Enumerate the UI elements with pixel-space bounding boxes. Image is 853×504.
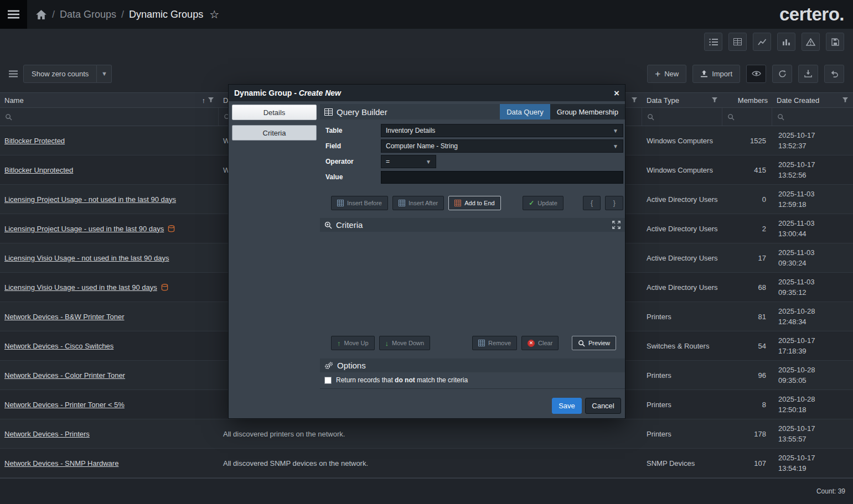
action-buttons: + New Import [647, 65, 844, 83]
column-label-members: Members [738, 96, 768, 105]
import-button[interactable]: Import [692, 65, 740, 83]
row-date: 2025-10-28 [778, 365, 847, 375]
table-row[interactable]: Network Devices - Printers All discovere… [0, 419, 853, 449]
expand-icon[interactable] [612, 221, 621, 229]
table-row[interactable]: Network Devices - SNMP Hardware All disc… [0, 449, 853, 478]
filter-icon[interactable] [711, 97, 718, 103]
search-icon [578, 340, 585, 347]
filter-input-date-created[interactable] [772, 108, 853, 126]
caret-down-icon: ▼ [101, 70, 107, 77]
zero-counts-caret-button[interactable]: ▼ [97, 65, 112, 83]
row-name-link[interactable]: Licensing Visio Usage - used in the last… [4, 283, 157, 292]
bar-chart-button[interactable] [777, 33, 795, 51]
row-name-link[interactable]: Network Devices - Cisco Switches [4, 342, 113, 350]
zero-counts-control: Show zero counts ▼ [9, 65, 112, 83]
visibility-button[interactable] [746, 65, 766, 83]
close-icon[interactable]: × [614, 89, 619, 98]
tab-criteria[interactable]: Criteria [232, 125, 317, 141]
table-select[interactable]: Inventory Details ▼ [381, 124, 623, 137]
close-brace-button[interactable]: } [605, 196, 623, 210]
row-date: 2025-10-17 [778, 130, 847, 141]
row-name-link[interactable]: Network Devices - Printers [4, 430, 90, 438]
sort-asc-icon[interactable]: ↑ [202, 96, 206, 105]
save-button[interactable]: Save [552, 398, 582, 414]
tab-data-query[interactable]: Data Query [500, 104, 550, 119]
row-data-type: Windows Computers [642, 137, 722, 145]
row-description: All discovered printers on the network. [219, 430, 642, 438]
row-members: 0 [722, 195, 772, 204]
table-view-button[interactable] [728, 33, 747, 51]
clear-button[interactable]: ✕ Clear [521, 336, 559, 350]
open-brace-button[interactable]: { [583, 196, 601, 210]
alerts-button[interactable] [802, 33, 820, 51]
breadcrumb-data-groups[interactable]: Data Groups [60, 9, 116, 20]
column-header-name[interactable]: Name ↑ [0, 93, 219, 107]
row-data-type: Switches & Routers [642, 342, 722, 350]
operator-select[interactable]: = ▼ [381, 155, 436, 168]
filter-input-data-type[interactable] [642, 108, 722, 126]
grid-icon [399, 200, 405, 206]
filter-input-members[interactable] [722, 108, 772, 126]
field-select[interactable]: Computer Name - String ▼ [381, 139, 623, 153]
line-chart-button[interactable] [753, 33, 771, 51]
row-name-link[interactable]: Bitlocker Protected [4, 137, 65, 145]
refresh-button[interactable] [772, 65, 792, 83]
filter-icon[interactable] [208, 97, 214, 103]
add-to-end-button[interactable]: Add to End [448, 196, 500, 210]
row-time: 09:30:24 [778, 258, 847, 268]
row-members: 96 [722, 371, 772, 380]
zero-counts-label: Show zero counts [32, 70, 89, 78]
search-icon [5, 113, 12, 121]
column-label-data-type: Data Type [647, 96, 679, 105]
modal-tab-list: Details Criteria [229, 104, 320, 418]
new-button[interactable]: + New [647, 65, 686, 83]
row-time: 13:52:56 [778, 170, 847, 180]
zero-counts-dropdown[interactable]: Show zero counts [23, 65, 97, 83]
download-button[interactable] [798, 65, 818, 83]
preview-button[interactable]: Preview [572, 336, 616, 350]
filter-input-name[interactable] [0, 108, 219, 126]
move-down-button[interactable]: ↓ Move Down [379, 336, 431, 350]
tab-details[interactable]: Details [232, 105, 317, 120]
check-icon: ✓ [529, 199, 534, 207]
remove-button[interactable]: Remove [472, 336, 517, 350]
modal-header[interactable]: Dynamic Group - Create New × [229, 85, 625, 101]
criteria-list-area[interactable] [320, 232, 625, 336]
update-button[interactable]: ✓ Update [523, 196, 564, 210]
row-date: 2025-10-17 [778, 159, 847, 170]
filter-icon[interactable] [842, 97, 849, 103]
value-input[interactable] [381, 171, 623, 184]
row-time: 13:54:19 [778, 463, 847, 474]
row-name-link[interactable]: Network Devices - Color Printer Toner [4, 371, 125, 380]
cancel-button[interactable]: Cancel [585, 398, 621, 414]
home-icon[interactable] [35, 9, 47, 20]
return-not-match-checkbox[interactable] [324, 377, 332, 384]
list-view-button[interactable] [704, 33, 722, 51]
options-title: Options [337, 361, 366, 370]
insert-after-button[interactable]: Insert After [392, 196, 444, 210]
row-name-link[interactable]: Network Devices - SNMP Hardware [4, 459, 118, 467]
column-header-members[interactable]: Members [722, 93, 772, 107]
row-name-link[interactable]: Network Devices - Printer Toner < 5% [4, 401, 125, 409]
query-builder-tabs: Data Query Group Membership [500, 104, 625, 119]
tab-group-membership[interactable]: Group Membership [550, 104, 625, 119]
undo-button[interactable] [824, 65, 844, 83]
hamburger-menu-button[interactable] [0, 0, 27, 29]
column-header-data-type[interactable]: Data Type [642, 93, 722, 107]
row-members: 107 [722, 459, 772, 467]
row-data-type: Printers [642, 313, 722, 321]
insert-before-button[interactable]: Insert Before [331, 196, 388, 210]
modal-body: Details Criteria Query Builder Data Quer… [229, 101, 625, 418]
row-name-link[interactable]: Bitlocker Unprotected [4, 166, 73, 174]
row-name-link[interactable]: Licensing Visio Usage - not used in the … [4, 254, 169, 262]
save-view-button[interactable] [826, 33, 844, 51]
dynamic-group-create-modal: Dynamic Group - Create New × Details Cri… [228, 84, 625, 419]
column-header-date-created[interactable]: Date Created [772, 93, 853, 107]
row-name-link[interactable]: Network Devices - B&W Printer Toner [4, 313, 125, 321]
query-builder-header: Query Builder Data Query Group Membershi… [320, 104, 625, 119]
star-icon[interactable]: ☆ [209, 9, 219, 20]
row-name-link[interactable]: Licensing Project Usage - used in the la… [4, 225, 164, 233]
move-up-button[interactable]: ↑ Move Up [331, 336, 375, 350]
row-name-link[interactable]: Licensing Project Usage - not used in th… [4, 195, 176, 204]
filter-icon[interactable] [631, 97, 638, 103]
